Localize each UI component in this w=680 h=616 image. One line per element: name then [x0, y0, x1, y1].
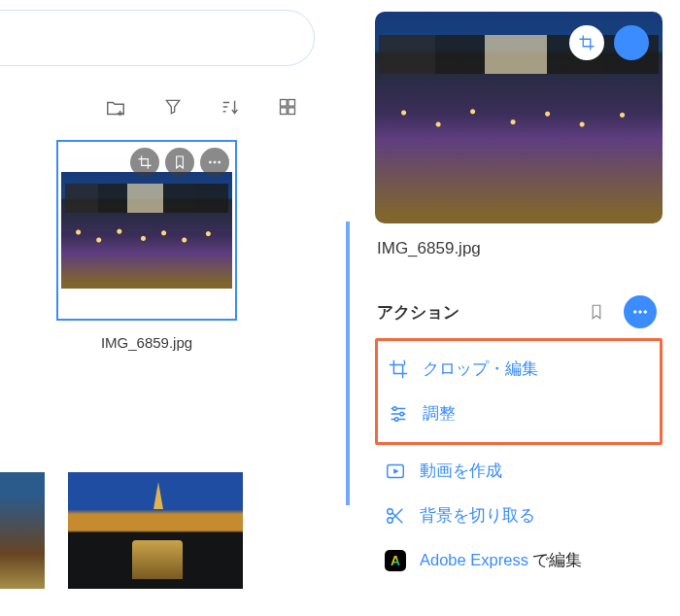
crop-icon [388, 359, 409, 380]
action-label: 動画を作成 [420, 461, 502, 482]
grid-view-button[interactable] [278, 97, 297, 122]
svg-rect-1 [289, 100, 295, 107]
actions-heading: アクション [377, 301, 583, 324]
preview-image [375, 12, 663, 223]
add-folder-button[interactable] [105, 97, 126, 122]
svg-point-10 [393, 407, 397, 411]
svg-rect-3 [289, 108, 295, 115]
bookmark-button[interactable] [583, 298, 610, 325]
thumbnail-image [61, 172, 232, 289]
view-toolbar [0, 66, 315, 140]
sliders-icon [388, 403, 409, 425]
panel-divider[interactable] [346, 0, 350, 616]
bookmark-icon[interactable] [165, 148, 194, 177]
action-label: クロップ・編集 [423, 359, 538, 380]
search-input[interactable] [0, 10, 315, 66]
svg-point-9 [644, 311, 647, 314]
svg-rect-0 [281, 100, 288, 107]
selected-thumbnail[interactable] [56, 140, 237, 321]
thumbnail-caption: IMG_6859.jpg [56, 321, 237, 351]
expand-button[interactable] [614, 25, 649, 60]
action-create-video[interactable]: 動画を作成 [375, 449, 663, 494]
action-crop-edit[interactable]: クロップ・編集 [378, 347, 660, 392]
svg-point-5 [214, 161, 216, 163]
action-adobe-express[interactable]: A Adobe Express で編集 [375, 538, 663, 583]
action-remove-background[interactable]: 背景を切り取る [375, 494, 663, 538]
adobe-express-icon: A [385, 550, 406, 571]
highlighted-actions: クロップ・編集 調整 [375, 338, 663, 445]
crop-icon[interactable] [130, 148, 159, 177]
svg-point-7 [633, 311, 636, 314]
scissors-icon [385, 505, 406, 527]
crop-preview-button[interactable] [569, 25, 604, 60]
sort-button[interactable] [220, 97, 241, 122]
preview-filename: IMG_6859.jpg [375, 223, 663, 258]
filter-button[interactable] [163, 97, 183, 122]
action-label: 調整 [423, 403, 456, 425]
svg-point-8 [639, 311, 642, 314]
thumbnail-temple[interactable] [68, 472, 243, 589]
more-icon[interactable] [200, 148, 229, 177]
svg-rect-2 [281, 108, 288, 115]
svg-point-6 [219, 161, 221, 163]
video-icon [385, 461, 406, 482]
svg-point-12 [394, 418, 398, 422]
more-actions-button[interactable] [624, 295, 657, 328]
svg-point-11 [400, 412, 404, 416]
svg-point-4 [209, 161, 211, 163]
action-label: Adobe Express で編集 [420, 550, 583, 571]
thumbnail-peek[interactable] [0, 472, 45, 589]
action-label: 背景を切り取る [420, 505, 535, 527]
action-adjust[interactable]: 調整 [378, 392, 660, 436]
